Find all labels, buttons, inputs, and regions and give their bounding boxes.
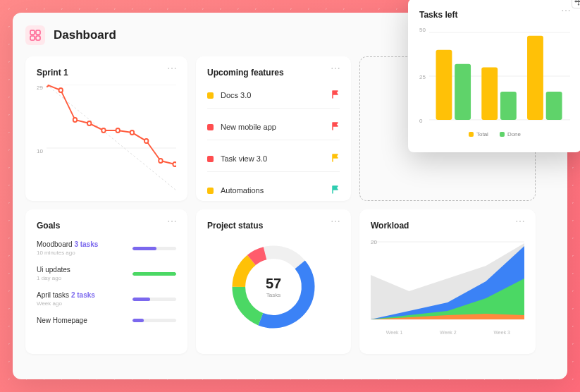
flag-icon[interactable] [331, 90, 340, 100]
svg-point-14 [144, 139, 149, 143]
dashboard-icon [25, 25, 45, 45]
svg-point-8 [58, 88, 63, 92]
feature-label: Automations [221, 186, 264, 195]
svg-rect-2 [30, 36, 35, 40]
goal-highlight: 3 tasks [74, 240, 98, 248]
feature-label: New mobile app [221, 123, 276, 131]
goal-progress [132, 272, 176, 276]
tasks-left-chart: 50 25 0 [419, 27, 570, 125]
goal-label: April tasks [37, 291, 69, 299]
workload-title: Workload [371, 221, 524, 231]
goal-highlight: 2 tasks [71, 291, 95, 299]
priority-dot-icon [207, 92, 214, 99]
priority-dot-icon [207, 188, 214, 194]
project-status-label: Tasks [266, 292, 281, 298]
more-icon[interactable]: ⋯ [167, 66, 178, 71]
goal-progress [132, 319, 176, 322]
svg-point-12 [116, 128, 120, 133]
svg-point-11 [101, 128, 106, 133]
feature-label: Task view 3.0 [221, 154, 267, 163]
goal-timestamp: 10 minutes ago [37, 250, 125, 256]
flag-icon[interactable] [331, 185, 340, 195]
svg-rect-33 [481, 68, 498, 120]
y-axis-label: 0 [419, 118, 422, 124]
goal-item[interactable]: Ui updates1 day ago [37, 266, 176, 281]
goal-label: Ui updates [37, 266, 70, 274]
svg-rect-1 [36, 30, 40, 35]
svg-rect-36 [546, 92, 562, 120]
features-card: Upcoming features ⋯ Docs 3.0New mobile a… [196, 56, 351, 201]
more-icon[interactable]: ⋯ [515, 219, 526, 223]
priority-dot-icon [207, 156, 214, 162]
svg-rect-34 [500, 92, 517, 120]
legend-done: Done [507, 131, 521, 137]
more-icon[interactable]: ⋯ [331, 219, 341, 223]
project-status-chart: 57 Tasks [207, 231, 340, 343]
project-status-card: Project status ⋯ 57 Tasks [196, 209, 351, 354]
y-axis-label: 20 [371, 239, 377, 245]
svg-rect-3 [36, 36, 40, 40]
svg-rect-32 [455, 64, 471, 120]
svg-point-10 [87, 121, 92, 125]
goals-title: Goals [37, 221, 176, 231]
workload-chart: 20 Week 1 Week 2 Week 3 [371, 236, 524, 335]
goal-progress [132, 298, 176, 301]
goals-card: Goals ⋯ Moodboard 3 tasks10 minutes agoU… [25, 209, 187, 354]
sprint-chart: 29 10 [37, 85, 176, 190]
goal-item[interactable]: April tasks 2 tasksWeek ago [37, 291, 176, 307]
svg-point-7 [47, 85, 49, 87]
y-axis-label: 29 [37, 85, 43, 91]
x-axis-label: Week 2 [440, 330, 457, 335]
goal-item[interactable]: New Homepage [37, 317, 176, 324]
features-title: Upcoming features [207, 68, 340, 78]
move-handle-icon[interactable] [572, 0, 580, 8]
svg-point-15 [159, 159, 163, 163]
tasks-left-card[interactable]: Tasks left ⋯ 50 25 0 Total Done [408, 0, 580, 152]
feature-item[interactable]: Task view 3.0 [207, 154, 340, 172]
y-axis-label: 50 [419, 27, 426, 33]
flag-icon[interactable] [331, 154, 340, 164]
goal-timestamp: Week ago [37, 300, 125, 307]
goal-label: Moodboard [37, 240, 73, 248]
more-icon[interactable]: ⋯ [561, 8, 572, 13]
goal-label: New Homepage [37, 317, 87, 324]
workload-card: Workload ⋯ 20 Week 1 Week 2 Week 3 [359, 209, 536, 354]
svg-rect-0 [30, 30, 35, 35]
sprint-card: Sprint 1 ⋯ 29 10 [25, 56, 187, 201]
goal-progress [132, 247, 176, 250]
priority-dot-icon [207, 124, 214, 130]
tasks-left-legend: Total Done [419, 131, 570, 137]
page-title: Dashboard [54, 28, 116, 42]
feature-item[interactable]: New mobile app [207, 122, 340, 140]
svg-rect-35 [527, 36, 543, 120]
y-axis-label: 10 [37, 148, 43, 154]
more-icon[interactable]: ⋯ [331, 66, 341, 71]
project-status-value: 57 [266, 276, 281, 292]
goal-timestamp: 1 day ago [37, 275, 125, 281]
svg-rect-31 [436, 50, 452, 120]
x-axis-label: Week 3 [493, 330, 510, 335]
goal-item[interactable]: Moodboard 3 tasks10 minutes ago [37, 240, 176, 256]
svg-point-9 [73, 118, 78, 122]
tasks-left-title: Tasks left [419, 10, 570, 20]
sprint-title: Sprint 1 [37, 68, 176, 78]
feature-item[interactable]: Automations [207, 185, 340, 203]
feature-label: Docs 3.0 [221, 91, 251, 99]
project-status-title: Project status [207, 221, 340, 231]
svg-point-13 [130, 130, 135, 135]
more-icon[interactable]: ⋯ [167, 219, 178, 223]
feature-item[interactable]: Docs 3.0 [207, 90, 340, 109]
y-axis-label: 25 [419, 74, 426, 80]
legend-total: Total [476, 131, 488, 137]
x-axis-label: Week 1 [386, 330, 403, 335]
svg-point-16 [173, 162, 176, 166]
flag-icon[interactable] [331, 122, 340, 132]
